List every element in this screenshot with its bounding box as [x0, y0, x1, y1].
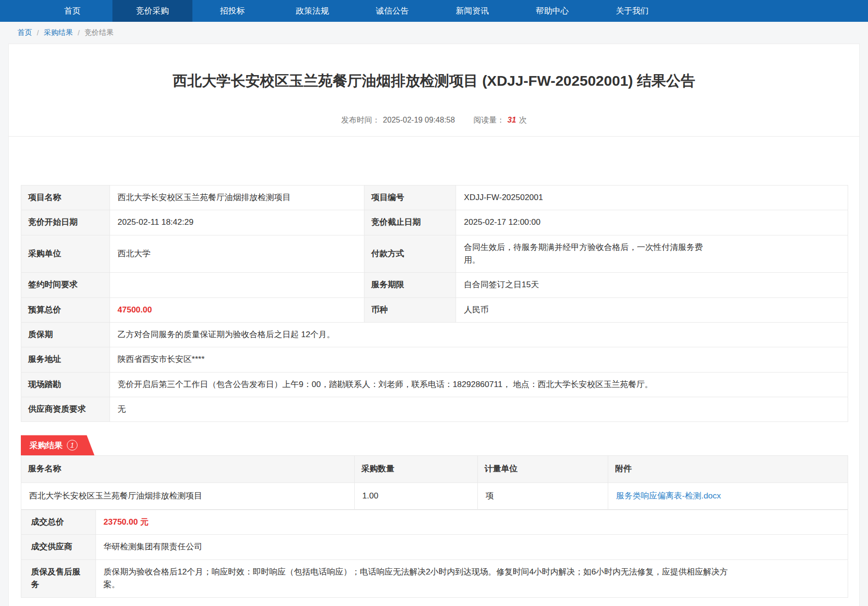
unit-header: 计量单位 — [477, 456, 608, 482]
payment-method-value: 合同生效后，待服务期满并经甲方验收合格后，一次性付清服务费用。 — [456, 235, 848, 273]
header-divider — [9, 136, 859, 137]
breadcrumb: 首页 / 采购结果 / 竞价结果 — [0, 22, 868, 44]
nav-item-bidding-purchase[interactable]: 竞价采购 — [112, 0, 192, 22]
site-visit-value: 竞价开启后第三个工作日（包含公告发布日）上午9：00，踏勘联系人：刘老师，联系电… — [110, 372, 848, 397]
project-number-value: XDJJ-FW-202502001 — [456, 186, 848, 210]
article-header: 西北大学长安校区玉兰苑餐厅油烟排放检测项目 (XDJJ-FW-202502001… — [9, 44, 859, 137]
attachment-download-link[interactable]: 服务类响应偏离表-检测.docx — [616, 491, 721, 500]
unit-value: 项 — [477, 482, 608, 509]
purchaser-value: 西北大学 — [110, 235, 364, 273]
nav-item-help-center[interactable]: 帮助中心 — [512, 0, 592, 22]
bid-start-value: 2025-02-11 18:42:29 — [110, 210, 364, 235]
signing-time-value — [110, 273, 364, 297]
breadcrumb-separator: / — [37, 29, 39, 37]
project-name-value: 西北大学长安校区玉兰苑餐厅油烟排放检测项目 — [110, 186, 364, 210]
bid-end-label: 竞价截止日期 — [364, 210, 456, 235]
publish-time-label: 发布时间： — [341, 116, 380, 124]
signing-time-label: 签约时间要求 — [21, 273, 110, 297]
table-row: 成交供应商 华研检测集团有限责任公司 — [21, 535, 848, 559]
nav-item-integrity-notices[interactable]: 诚信公告 — [352, 0, 432, 22]
table-row: 西北大学长安校区玉兰苑餐厅油烟排放检测项目 1.00 项 服务类响应偏离表-检测… — [21, 482, 848, 509]
service-name-value: 西北大学长安校区玉兰苑餐厅油烟排放检测项目 — [21, 482, 355, 509]
breadcrumb-separator: / — [78, 29, 79, 37]
table-row: 服务地址 陕西省西安市长安区**** — [21, 347, 848, 372]
supplier-qualification-label: 供应商资质要求 — [21, 397, 110, 422]
views-unit: 次 — [519, 116, 527, 124]
nav-item-tendering[interactable]: 招投标 — [192, 0, 272, 22]
warranty-label: 质保期 — [21, 323, 110, 347]
purchase-quantity-value: 1.00 — [354, 482, 477, 509]
project-number-label: 项目编号 — [364, 186, 456, 210]
nav-item-news[interactable]: 新闻资讯 — [432, 0, 512, 22]
nav-item-about-us[interactable]: 关于我们 — [592, 0, 672, 22]
table-row: 竞价开始日期 2025-02-11 18:42:29 竞价截止日期 2025-0… — [21, 210, 848, 235]
purchase-result-badge: 采购结果 1 — [21, 435, 95, 455]
winning-supplier-value: 华研检测集团有限责任公司 — [95, 535, 848, 559]
top-navigation: 首页 竞价采购 招投标 政策法规 诚信公告 新闻资讯 帮助中心 关于我们 — [0, 0, 868, 22]
result-count-circle-icon: 1 — [67, 440, 78, 451]
purchase-quantity-header: 采购数量 — [354, 456, 477, 482]
currency-value: 人民币 — [456, 297, 848, 322]
deal-info-table: 成交总价 23750.00 元 成交供应商 华研检测集团有限责任公司 质保及售后… — [21, 510, 848, 597]
table-row: 供应商资质要求 无 — [21, 397, 848, 422]
breadcrumb-current: 竞价结果 — [84, 28, 113, 37]
service-address-label: 服务地址 — [21, 347, 110, 372]
breadcrumb-home-link[interactable]: 首页 — [17, 28, 32, 37]
views-count: 31 — [507, 116, 516, 124]
warranty-after-sale-value: 质保期为验收合格后12个月；响应时效：即时响应（包括电话响应）；电话响应无法解决… — [95, 559, 848, 597]
breadcrumb-section-link[interactable]: 采购结果 — [44, 28, 73, 37]
service-period-value: 自合同签订之日15天 — [456, 273, 848, 297]
table-header-row: 服务名称 采购数量 计量单位 附件 — [21, 456, 848, 482]
site-visit-label: 现场踏勘 — [21, 372, 110, 397]
publish-info: 发布时间：2025-02-19 09:48:58 阅读量：31次 — [9, 115, 859, 125]
budget-total-value: 47500.00 — [110, 297, 364, 322]
table-row: 采购单位 西北大学 付款方式 合同生效后，待服务期满并经甲方验收合格后，一次性付… — [21, 235, 848, 273]
winning-supplier-label: 成交供应商 — [21, 535, 96, 559]
project-info-table: 项目名称 西北大学长安校区玉兰苑餐厅油烟排放检测项目 项目编号 XDJJ-FW-… — [21, 185, 848, 422]
budget-total-label: 预算总价 — [21, 297, 110, 322]
service-period-label: 服务期限 — [364, 273, 456, 297]
attachment-header: 附件 — [608, 456, 848, 482]
views-label: 阅读量： — [473, 116, 505, 124]
bid-end-value: 2025-02-17 12:00:00 — [456, 210, 848, 235]
project-name-label: 项目名称 — [21, 186, 110, 210]
table-row: 项目名称 西北大学长安校区玉兰苑餐厅油烟排放检测项目 项目编号 XDJJ-FW-… — [21, 186, 848, 210]
supplier-qualification-value: 无 — [110, 397, 848, 422]
table-row: 签约时间要求 服务期限 自合同签订之日15天 — [21, 273, 848, 297]
deal-total-price-value: 23750.00 元 — [95, 510, 848, 535]
service-name-header: 服务名称 — [21, 456, 355, 482]
deal-total-price-label: 成交总价 — [21, 510, 96, 535]
nav-item-policies[interactable]: 政策法规 — [272, 0, 352, 22]
warranty-value: 乙方对合同服务的质量保证期为验收合格后之日起 12个月。 — [110, 323, 848, 347]
nav-item-home[interactable]: 首页 — [32, 0, 112, 22]
warranty-after-sale-label: 质保及售后服务 — [21, 559, 96, 597]
table-row: 质保及售后服务 质保期为验收合格后12个月；响应时效：即时响应（包括电话响应）；… — [21, 559, 848, 597]
announcement-card: 西北大学长安校区玉兰苑餐厅油烟排放检测项目 (XDJJ-FW-202502001… — [8, 44, 860, 606]
table-row: 成交总价 23750.00 元 — [21, 510, 848, 535]
purchase-result-badge-label: 采购结果 — [30, 440, 63, 451]
attachment-cell: 服务类响应偏离表-检测.docx — [608, 482, 848, 509]
purchaser-label: 采购单位 — [21, 235, 110, 273]
page-title: 西北大学长安校区玉兰苑餐厅油烟排放检测项目 (XDJJ-FW-202502001… — [9, 71, 859, 91]
currency-label: 币种 — [364, 297, 456, 322]
payment-method-label: 付款方式 — [364, 235, 456, 273]
table-row: 现场踏勘 竞价开启后第三个工作日（包含公告发布日）上午9：00，踏勘联系人：刘老… — [21, 372, 848, 397]
table-row: 质保期 乙方对合同服务的质量保证期为验收合格后之日起 12个月。 — [21, 323, 848, 347]
service-address-value: 陕西省西安市长安区**** — [110, 347, 848, 372]
table-row: 预算总价 47500.00 币种 人民币 — [21, 297, 848, 322]
purchase-result-table: 服务名称 采购数量 计量单位 附件 西北大学长安校区玉兰苑餐厅油烟排放检测项目 … — [21, 455, 848, 510]
publish-time-value: 2025-02-19 09:48:58 — [383, 116, 455, 124]
bid-start-label: 竞价开始日期 — [21, 210, 110, 235]
